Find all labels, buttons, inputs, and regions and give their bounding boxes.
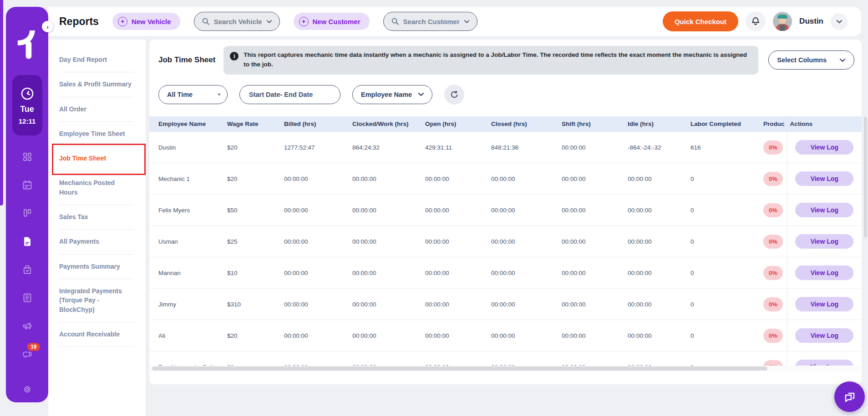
kanban-board-icon[interactable] [22, 208, 33, 219]
notifications-button[interactable] [746, 11, 766, 31]
cell-employee-name: Jimmy [149, 289, 224, 320]
productivity-badge: 0% [763, 172, 783, 186]
user-avatar[interactable] [773, 12, 792, 31]
table-row: Jimmy$31000:00:0000:00:0000:00:0000:00:0… [149, 289, 862, 320]
menu-item-job-time-sheet[interactable]: Job Time Sheet [59, 146, 134, 171]
vertical-scrollbar-thumb[interactable] [864, 117, 867, 237]
cell-billed: 00:00:00 [281, 226, 350, 257]
view-log-button[interactable]: View Log [795, 203, 853, 217]
view-log-button[interactable]: View Log [795, 171, 853, 186]
chat-icon[interactable]: 19 [22, 349, 33, 360]
menu-item-sales-profit-summary[interactable]: Sales & Profit Summary [59, 72, 134, 97]
cell-clocked-work: 00:00:00 [350, 195, 422, 226]
view-log-button[interactable]: View Log [795, 328, 853, 343]
dashboard-icon[interactable] [22, 151, 33, 162]
plus-icon: + [118, 17, 127, 26]
user-menu-button[interactable] [831, 13, 848, 30]
cell-productivity: 0% [761, 320, 787, 351]
date-range-input[interactable] [239, 85, 340, 104]
view-log-button[interactable]: View Log [795, 297, 853, 311]
new-vehicle-button[interactable]: + New Vehicle [112, 13, 180, 30]
search-customer-dropdown[interactable]: Search Customer [383, 12, 477, 31]
new-customer-button[interactable]: + New Customer [294, 13, 370, 30]
select-columns-dropdown[interactable]: Select Columns [768, 50, 854, 70]
cell-labor-completed: 0 [688, 226, 761, 257]
menu-item-label: Integrated Payments (Torque Pay - BlockC… [59, 287, 122, 313]
cell-open: 00:00:00 [422, 289, 488, 320]
cell-productivity: 0% [761, 289, 787, 320]
menu-item-employee-time-sheet[interactable]: Employee Time Sheet [59, 122, 134, 146]
menu-item-account-receivable[interactable]: Account Receivable [59, 322, 134, 347]
sidebar-icon-nav: 19 [6, 151, 48, 360]
productivity-badge: 0% [763, 266, 783, 280]
menu-item-sales-tax[interactable]: Sales Tax [59, 205, 134, 230]
column-header: Idle (hrs) [625, 116, 688, 132]
menu-item-label: Sales Tax [59, 213, 88, 221]
report-title: Job Time Sheet [158, 55, 215, 65]
caret-down-icon: ▾ [218, 92, 220, 97]
cell-shift: 00:00:00 [559, 320, 625, 351]
employee-filter-dropdown[interactable]: Employee Name [352, 85, 432, 104]
vertical-scrollbar[interactable] [863, 40, 868, 416]
time-range-value: All Time [167, 91, 193, 98]
reports-menu-panel: Day End ReportSales & Profit SummaryAll … [48, 40, 146, 416]
torque-logo [15, 29, 40, 61]
cell-productivity: 0% [761, 195, 787, 226]
table-row: Felix Myers$5000:00:0000:00:0000:00:0000… [149, 195, 862, 226]
cell-closed: 00:00:00 [488, 257, 559, 289]
view-log-button[interactable]: View Log [795, 140, 853, 155]
cell-clocked-work: 00:00:00 [350, 320, 422, 351]
column-header: Actions [787, 116, 862, 132]
search-vehicle-dropdown[interactable]: Search Vehicle [194, 12, 280, 31]
quick-checkout-button[interactable]: Quick Checkout [663, 11, 738, 31]
sidebar-expand-button[interactable]: › [42, 21, 53, 32]
clock-widget: Tue 12:11 [12, 75, 42, 135]
column-header: Billed (hrs) [281, 116, 350, 132]
info-icon: i [230, 52, 239, 60]
calendar-icon[interactable] [22, 180, 33, 190]
cell-employee-name: Felix Myers [149, 195, 224, 226]
cell-open: 00:00:00 [422, 257, 488, 289]
cell-billed: 00:00:00 [281, 163, 350, 195]
documents-icon[interactable] [22, 236, 33, 247]
invoice-icon[interactable] [22, 292, 33, 303]
user-name: Dustin [799, 17, 823, 26]
view-log-button[interactable]: View Log [795, 360, 853, 366]
clock-icon [20, 86, 35, 101]
table-row: Mechanic 1$2000:00:0000:00:0000:00:0000:… [149, 163, 862, 195]
view-log-button[interactable]: View Log [795, 234, 853, 249]
menu-item-label: Account Receivable [59, 331, 120, 338]
search-customer-label: Search Customer [403, 18, 460, 25]
avatar-cap [777, 15, 787, 19]
cell-idle: 00:00:00 [625, 257, 688, 289]
cell-wage-rate: $10 [224, 257, 281, 289]
cell-open: 00:00:00 [422, 226, 488, 257]
clock-time: 12:11 [19, 117, 36, 125]
chat-launcher-button[interactable] [834, 381, 865, 412]
menu-item-all-order[interactable]: All Order [59, 97, 134, 122]
time-range-select[interactable]: All Time ▾ [158, 85, 228, 104]
menu-item-mechanics-posted-hours[interactable]: Mechanics Posted Hours [59, 171, 134, 205]
menu-item-all-payments[interactable]: All Payments [59, 230, 134, 254]
filter-row: All Time ▾ Employee Name [149, 75, 862, 105]
cell-closed: 00:00:00 [488, 351, 559, 366]
refresh-button[interactable] [444, 85, 464, 105]
cell-billed: 1277:52:47 [281, 132, 350, 163]
horizontal-scrollbar[interactable] [149, 366, 862, 371]
cell-actions: View Log [787, 289, 862, 320]
view-log-button[interactable]: View Log [795, 266, 853, 280]
menu-item-label: Payments Summary [59, 263, 120, 270]
shopping-bag-icon[interactable] [22, 264, 33, 275]
settings-gear-icon[interactable] [22, 385, 32, 395]
table-row: Two Nuts and a Bolt$000:00:0000:00:0000:… [149, 351, 862, 366]
menu-item-day-end-report[interactable]: Day End Report [59, 48, 134, 72]
column-header: Closed (hrs) [488, 116, 559, 132]
cell-wage-rate: $20 [224, 132, 281, 163]
menu-item-payments-summary[interactable]: Payments Summary [59, 255, 134, 279]
column-header: Employee Name [149, 116, 224, 132]
horizontal-scrollbar-thumb[interactable] [152, 366, 767, 371]
menu-item-integrated-payments-torque-pay-blockchyp[interactable]: Integrated Payments (Torque Pay - BlockC… [59, 279, 134, 322]
cell-shift: 00:00:00 [559, 195, 625, 226]
megaphone-icon[interactable] [22, 321, 33, 331]
cell-labor-completed: 0 [688, 320, 761, 351]
